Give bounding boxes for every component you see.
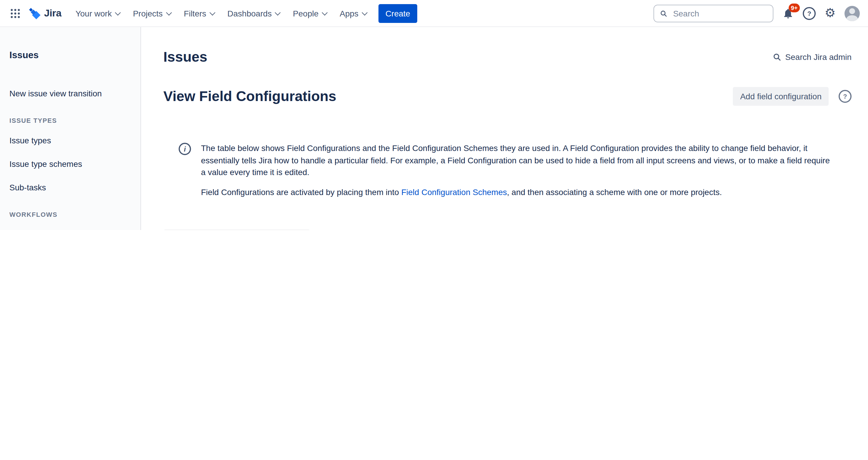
- notifications-button[interactable]: 9+: [782, 7, 794, 19]
- nav-item-dashboards[interactable]: Dashboards: [222, 4, 286, 22]
- search-jira-admin-label: Search Jira admin: [785, 52, 851, 62]
- nav-item-projects[interactable]: Projects: [127, 4, 177, 22]
- nav-item-apps[interactable]: Apps: [334, 4, 373, 22]
- nav-item-your-work[interactable]: Your work: [70, 4, 126, 22]
- chevron-down-icon: [275, 9, 281, 15]
- sidebar-item-label: Sub-tasks: [9, 183, 46, 192]
- sidebar-item-issue-types[interactable]: Issue types: [0, 129, 134, 152]
- sidebar-item-sub-tasks[interactable]: Sub-tasks: [0, 176, 134, 199]
- search-icon: [660, 9, 667, 17]
- info-paragraph-1: The table below shows Field Configuratio…: [201, 142, 833, 178]
- help-icon: ?: [803, 7, 816, 20]
- nav-item-label: Dashboards: [227, 8, 272, 18]
- primary-nav: Your workProjectsFiltersDashboardsPeople…: [70, 4, 373, 22]
- page-title: Issues: [163, 48, 207, 66]
- jira-logo[interactable]: Jira: [28, 7, 61, 20]
- app-switcher-icon: [10, 8, 21, 19]
- help-button[interactable]: ?: [803, 7, 816, 20]
- field-configuration-schemes-link[interactable]: Field Configuration Schemes: [401, 187, 507, 197]
- sidebar-item-label: Workflows: [9, 230, 47, 230]
- section-header: View Field Configurations Add field conf…: [163, 87, 851, 106]
- sidebar-item-label: New issue view transition: [9, 89, 102, 98]
- app-switcher-button[interactable]: [6, 4, 25, 23]
- top-navigation-bar: Jira Your workProjectsFiltersDashboardsP…: [0, 0, 868, 27]
- chevron-down-icon: [115, 9, 121, 15]
- info-text: The table below shows Field Configuratio…: [201, 142, 833, 198]
- sidebar-item-workflows[interactable]: Workflows: [0, 223, 134, 230]
- nav-item-people[interactable]: People: [287, 4, 333, 22]
- page-help-icon[interactable]: ?: [839, 90, 851, 103]
- jira-logo-text: Jira: [44, 7, 61, 19]
- avatar[interactable]: [844, 6, 860, 21]
- info-message: i The table below shows Field Configurat…: [163, 142, 851, 198]
- jira-logo-icon: [28, 7, 41, 20]
- section-actions: Add field configuration ?: [733, 87, 851, 106]
- sidebar-item-issue-type-schemes[interactable]: Issue type schemes: [0, 153, 134, 175]
- chevron-down-icon: [362, 9, 368, 15]
- main-header: Issues Search Jira admin: [163, 48, 851, 66]
- filter-search-input[interactable]: [163, 230, 310, 230]
- sidebar-sections: ISSUE TYPESIssue typesIssue type schemes…: [0, 116, 141, 230]
- info-paragraph-2: Field Configurations are activated by pl…: [201, 186, 833, 198]
- chevron-down-icon: [210, 9, 215, 15]
- chevron-down-icon: [166, 9, 172, 15]
- admin-sidebar: Issues New issue view transition ISSUE T…: [0, 27, 141, 230]
- chevron-down-icon: [322, 9, 328, 15]
- global-search-input[interactable]: [672, 8, 767, 19]
- nav-item-label: Filters: [184, 8, 206, 18]
- sidebar-item-label: Issue types: [9, 136, 51, 145]
- main-content: Issues Search Jira admin View Field Conf…: [141, 27, 868, 230]
- sidebar-section-heading-workflows: WORKFLOWS: [0, 210, 141, 219]
- sidebar-item-label: Issue type schemes: [9, 159, 82, 169]
- sidebar-title: Issues: [0, 50, 141, 61]
- section-title: View Field Configurations: [163, 88, 336, 105]
- nav-item-filters[interactable]: Filters: [178, 4, 220, 22]
- nav-item-label: Apps: [340, 8, 359, 18]
- nav-item-label: Projects: [133, 8, 162, 18]
- nav-right-cluster: 9+ ? ⚙: [653, 4, 860, 22]
- global-search[interactable]: [653, 4, 773, 22]
- create-button[interactable]: Create: [378, 4, 417, 23]
- info-icon: i: [179, 143, 191, 155]
- search-jira-admin-link[interactable]: Search Jira admin: [773, 52, 851, 62]
- sidebar-item-new-issue-view-transition[interactable]: New issue view transition: [0, 82, 134, 105]
- notifications-badge: 9+: [789, 3, 800, 12]
- sidebar-section-heading-issue-types: ISSUE TYPES: [0, 116, 141, 125]
- nav-item-label: Your work: [75, 8, 112, 18]
- search-icon: [773, 53, 781, 61]
- gear-icon: ⚙: [825, 7, 836, 20]
- nav-item-label: People: [293, 8, 318, 18]
- table-filter-row: [163, 230, 851, 230]
- application-window: Jira Your workProjectsFiltersDashboardsP…: [0, 0, 868, 230]
- add-field-configuration-button[interactable]: Add field configuration: [733, 87, 829, 106]
- settings-button[interactable]: ⚙: [825, 7, 836, 20]
